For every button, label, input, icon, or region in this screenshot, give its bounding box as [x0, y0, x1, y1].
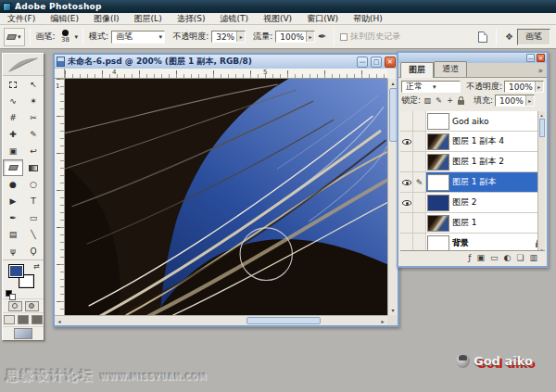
layer-link-cell[interactable] — [413, 111, 426, 131]
palette-close-button[interactable]: ✕ — [537, 54, 545, 62]
layer-row[interactable]: God aiko — [400, 111, 545, 132]
foreground-color-swatch[interactable] — [8, 264, 24, 278]
menu-item-layer[interactable]: 图层(L) — [127, 13, 170, 25]
scroll-down-icon[interactable]: ▾ — [391, 306, 394, 315]
eyedropper-tool[interactable]: ╲ — [23, 226, 44, 243]
move-tool[interactable]: ↖ — [23, 76, 44, 93]
chevron-down-icon[interactable]: ▾ — [75, 33, 79, 41]
layer-row[interactable]: 图层 1 — [400, 213, 545, 234]
add-mask-button[interactable]: ▣ — [477, 254, 486, 262]
tab-channels[interactable]: 通道 — [434, 61, 467, 77]
dodge-tool[interactable]: ○ — [23, 176, 44, 193]
layer-row[interactable]: ✎图层 1 副本 — [400, 172, 545, 193]
zoom-tool[interactable]: Ϙ — [23, 243, 44, 259]
slider-arrow-icon[interactable]: ▸ — [236, 32, 245, 42]
layer-link-cell[interactable]: ✎ — [413, 172, 426, 192]
app-title-bar[interactable]: Adobe Photoshop — [0, 0, 556, 13]
layer-visibility-toggle[interactable] — [400, 193, 413, 212]
clone-stamp-tool[interactable]: ▣ — [3, 143, 23, 159]
swap-colors-icon[interactable]: ⇄ — [33, 262, 40, 271]
menu-item-window[interactable]: 窗口(W) — [299, 13, 346, 25]
notes-tool[interactable]: ▤ — [3, 226, 23, 243]
lock-paint-icon[interactable]: ✎ — [434, 95, 444, 106]
opacity-input[interactable]: 32% ▸ — [211, 31, 246, 43]
layer-link-cell[interactable] — [413, 152, 426, 171]
layer-thumbnail[interactable] — [427, 174, 449, 191]
maximize-button[interactable]: □ — [371, 57, 382, 68]
lock-transparency-icon[interactable]: ▨ — [423, 95, 433, 106]
lock-position-icon[interactable]: + — [445, 95, 455, 106]
menu-item-edit[interactable]: 编辑(E) — [43, 13, 86, 25]
layer-visibility-toggle[interactable] — [400, 172, 413, 192]
brush-preset-picker[interactable]: 38 — [58, 30, 73, 44]
magic-wand-tool[interactable]: ✶ — [23, 93, 44, 109]
canvas[interactable] — [65, 79, 387, 317]
layers-opacity-input[interactable]: 100% ▸ — [504, 81, 544, 93]
new-adjustment-button[interactable]: ◐ — [504, 254, 512, 262]
mode-dropdown[interactable]: 画笔 ▾ — [111, 31, 165, 44]
layer-thumbnail[interactable] — [427, 133, 449, 150]
minimize-button[interactable]: — — [357, 57, 368, 68]
new-group-button[interactable]: ▭ — [490, 254, 499, 262]
layer-row[interactable]: 图层 1 副本 4 — [400, 132, 545, 152]
layer-thumbnail[interactable] — [427, 235, 449, 252]
lock-all-icon[interactable] — [456, 95, 466, 106]
standard-screen-button[interactable] — [4, 315, 15, 324]
slider-arrow-icon[interactable]: ▸ — [525, 95, 534, 106]
slider-arrow-icon[interactable]: ▸ — [306, 32, 314, 42]
pen-tool[interactable]: ✒ — [3, 209, 23, 226]
layer-visibility-toggle[interactable] — [400, 132, 413, 151]
new-layer-button[interactable]: ❏ — [516, 254, 524, 262]
layer-row[interactable]: 图层 2 — [400, 193, 545, 213]
layer-row[interactable]: 图层 1 副本 2 — [400, 152, 545, 172]
layer-link-cell[interactable] — [413, 132, 426, 151]
slider-arrow-icon[interactable]: ▸ — [535, 82, 543, 92]
menu-item-help[interactable]: 帮助(H) — [346, 13, 390, 25]
scrollbar-thumb[interactable] — [246, 317, 321, 324]
standard-mode-button[interactable] — [8, 301, 22, 311]
slice-tool[interactable]: ✂ — [23, 109, 44, 126]
menu-item-file[interactable]: 文件(F) — [0, 13, 43, 25]
erase-history-checkbox[interactable] — [340, 33, 348, 41]
delete-layer-button[interactable]: ▥ — [529, 254, 537, 262]
healing-brush-tool[interactable]: ✚ — [3, 126, 23, 143]
layer-thumbnail[interactable] — [427, 113, 449, 130]
flow-input[interactable]: 100% ▸ — [275, 31, 315, 43]
gradient-tool[interactable] — [23, 159, 44, 176]
quick-mask-button[interactable] — [25, 301, 39, 311]
menu-item-view[interactable]: 视图(V) — [256, 13, 299, 25]
palette-well-brushes-tab[interactable]: 画笔 — [517, 29, 550, 45]
layer-link-cell[interactable] — [413, 213, 426, 233]
jump-to-imageready-button[interactable] — [14, 328, 32, 339]
close-button[interactable]: ✕ — [385, 57, 396, 68]
fullscreen-button[interactable] — [32, 315, 43, 324]
airbrush-icon[interactable]: ✒ — [318, 31, 326, 43]
hand-tool[interactable]: ψ — [3, 243, 23, 259]
fill-input[interactable]: 100% ▸ — [495, 95, 535, 107]
history-brush-tool[interactable]: ↩ — [23, 143, 44, 159]
brushes-palette-icon[interactable]: ❖ — [505, 32, 513, 42]
tool-preset-picker[interactable]: ▾ — [4, 28, 25, 46]
crop-tool[interactable]: # — [3, 109, 23, 126]
eraser-tool[interactable] — [3, 159, 23, 176]
layer-thumbnail[interactable] — [427, 195, 449, 211]
default-colors-icon[interactable] — [6, 290, 12, 297]
scrollbar-thumb[interactable] — [539, 119, 545, 137]
layer-visibility-toggle[interactable] — [400, 152, 413, 171]
type-tool[interactable]: T — [23, 193, 44, 209]
layer-visibility-toggle[interactable] — [400, 213, 413, 233]
blend-mode-dropdown[interactable]: 正常 ▾ — [401, 81, 461, 93]
layer-style-button[interactable]: ƒ — [468, 254, 471, 262]
tab-layers[interactable]: 图层 — [400, 62, 434, 78]
layer-link-cell[interactable] — [413, 193, 426, 212]
resize-grip[interactable] — [387, 315, 398, 325]
palette-minimize-button[interactable]: — — [526, 54, 535, 62]
scroll-up-icon[interactable]: ▴ — [540, 111, 543, 119]
file-browser-icon[interactable] — [478, 32, 487, 43]
scroll-right-icon[interactable]: ▸ — [378, 318, 387, 324]
layer-thumbnail[interactable] — [427, 154, 449, 171]
menu-item-image[interactable]: 图像(I) — [86, 13, 127, 25]
shape-tool[interactable]: ▭ — [23, 209, 44, 226]
menu-item-select[interactable]: 选择(S) — [170, 13, 213, 25]
rect-marquee-tool[interactable] — [3, 76, 23, 93]
